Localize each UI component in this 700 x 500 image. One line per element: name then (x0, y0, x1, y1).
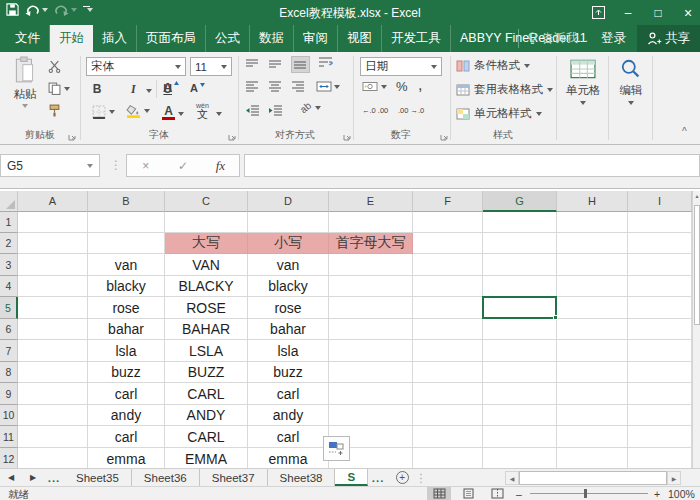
ribbon-display-options-icon[interactable] (590, 5, 606, 21)
cell-D9[interactable]: carl (248, 383, 329, 405)
cell-H10[interactable] (557, 405, 628, 426)
cell-H2[interactable] (557, 233, 628, 254)
conditional-formatting-button[interactable]: 条件格式 (456, 58, 530, 73)
cell-E4[interactable] (329, 276, 413, 297)
sheet-overflow-left[interactable]: ... (44, 469, 64, 486)
cell-A6[interactable] (18, 319, 88, 340)
zoom-out-button[interactable]: – (516, 488, 522, 500)
cell-A10[interactable] (18, 405, 88, 426)
cell-D3[interactable]: van (248, 254, 329, 276)
page-layout-view-button[interactable] (456, 487, 480, 500)
flash-fill-options-button[interactable] (323, 436, 350, 461)
cell-F8[interactable] (413, 362, 483, 383)
increase-indent-button[interactable] (268, 104, 283, 117)
vertical-scrollbar[interactable]: ▲ (692, 191, 700, 468)
row-header-8[interactable]: 8 (0, 362, 18, 383)
cell-D2[interactable]: 小写 (248, 233, 329, 254)
cell-E7[interactable] (329, 340, 413, 362)
ribbon-tab-home[interactable]: 开始 (50, 25, 93, 52)
cell-F10[interactable] (413, 405, 483, 426)
cell-C2[interactable]: 大写 (165, 233, 248, 254)
cell-H4[interactable] (557, 276, 628, 297)
row-header-11[interactable]: 11 (0, 426, 18, 448)
cell-G12[interactable] (483, 448, 557, 468)
ribbon-tab-view[interactable]: 视图 (338, 25, 382, 52)
align-center-button[interactable] (268, 80, 283, 93)
cell-A3[interactable] (18, 254, 88, 276)
cell-G10[interactable] (483, 405, 557, 426)
cell-D11[interactable]: carl (248, 426, 329, 448)
decrease-font-size-button[interactable]: A (190, 82, 206, 94)
row-header-7[interactable]: 7 (0, 340, 18, 362)
cell-B1[interactable] (88, 212, 165, 233)
cell-I2[interactable] (628, 233, 692, 254)
cell-F12[interactable] (413, 448, 483, 468)
column-header-A[interactable]: A (18, 191, 88, 212)
active-cell-outline[interactable] (482, 296, 557, 319)
cell-G6[interactable] (483, 319, 557, 340)
ribbon-tab-review[interactable]: 审阅 (294, 25, 338, 52)
cell-G8[interactable] (483, 362, 557, 383)
column-header-H[interactable]: H (557, 191, 628, 212)
decrease-indent-button[interactable] (245, 104, 260, 117)
select-all-corner[interactable] (0, 191, 18, 212)
orientation-dropdown-icon[interactable] (315, 106, 321, 110)
cell-E10[interactable] (329, 405, 413, 426)
cell-A5[interactable] (18, 297, 88, 319)
column-header-I[interactable]: I (628, 191, 692, 212)
minimize-button[interactable]: – (620, 5, 636, 21)
editing-dropdown-icon[interactable] (628, 101, 634, 105)
font-name-combo[interactable]: 宋体 (86, 57, 186, 76)
cell-G4[interactable] (483, 276, 557, 297)
cell-styles-button[interactable]: 单元格样式 (456, 106, 542, 121)
copy-button[interactable] (48, 82, 70, 95)
borders-button[interactable] (92, 105, 115, 119)
row-header-9[interactable]: 9 (0, 383, 18, 405)
cell-I3[interactable] (628, 254, 692, 276)
column-header-G[interactable]: G (483, 191, 557, 212)
cell-F9[interactable] (413, 383, 483, 405)
format-painter-button[interactable] (48, 104, 61, 117)
insert-function-icon[interactable]: fx (202, 158, 239, 174)
cell-E8[interactable] (329, 362, 413, 383)
cell-B2[interactable] (88, 233, 165, 254)
cell-B12[interactable]: emma (88, 448, 165, 468)
cell-F3[interactable] (413, 254, 483, 276)
merge-center-button[interactable] (316, 80, 340, 93)
cell-I6[interactable] (628, 319, 692, 340)
percent-style-button[interactable]: % (396, 79, 408, 94)
cell-B9[interactable]: carl (88, 383, 165, 405)
cell-C7[interactable]: LSLA (165, 340, 248, 362)
underline-dropdown-icon[interactable] (146, 89, 152, 93)
row-header-4[interactable]: 4 (0, 276, 18, 297)
name-box-dropdown-icon[interactable] (87, 164, 93, 168)
top-align-button[interactable] (245, 58, 260, 71)
hscroll-thumb[interactable] (519, 471, 667, 485)
cell-A12[interactable] (18, 448, 88, 468)
confirm-icon[interactable]: ✓ (164, 159, 201, 173)
close-button[interactable]: × (680, 5, 696, 21)
italic-button[interactable]: I (127, 82, 139, 97)
normal-view-button[interactable] (427, 487, 451, 500)
share-button[interactable]: 共享 (637, 25, 700, 52)
bold-button[interactable]: B (90, 82, 104, 96)
cell-C11[interactable]: CARL (165, 426, 248, 448)
cell-F7[interactable] (413, 340, 483, 362)
hscroll-right-icon[interactable]: ▶ (667, 471, 681, 485)
vscroll-thumb[interactable] (694, 205, 700, 325)
cell-D12[interactable]: emma (248, 448, 329, 468)
horizontal-scrollbar[interactable]: ◀ ▶ (505, 471, 695, 485)
cell-A8[interactable] (18, 362, 88, 383)
cell-F4[interactable] (413, 276, 483, 297)
cell-I9[interactable] (628, 383, 692, 405)
row-header-1[interactable]: 1 (0, 212, 18, 233)
sheet-tab-active[interactable]: S (335, 469, 368, 486)
cell-G11[interactable] (483, 426, 557, 448)
cell-E6[interactable] (329, 319, 413, 340)
cell-C6[interactable]: BAHAR (165, 319, 248, 340)
row-header-5[interactable]: 5 (0, 297, 18, 319)
cell-A1[interactable] (18, 212, 88, 233)
cancel-icon[interactable]: × (127, 159, 164, 173)
alignment-dialog-launcher-icon[interactable] (343, 130, 352, 144)
row-header-3[interactable]: 3 (0, 254, 18, 276)
